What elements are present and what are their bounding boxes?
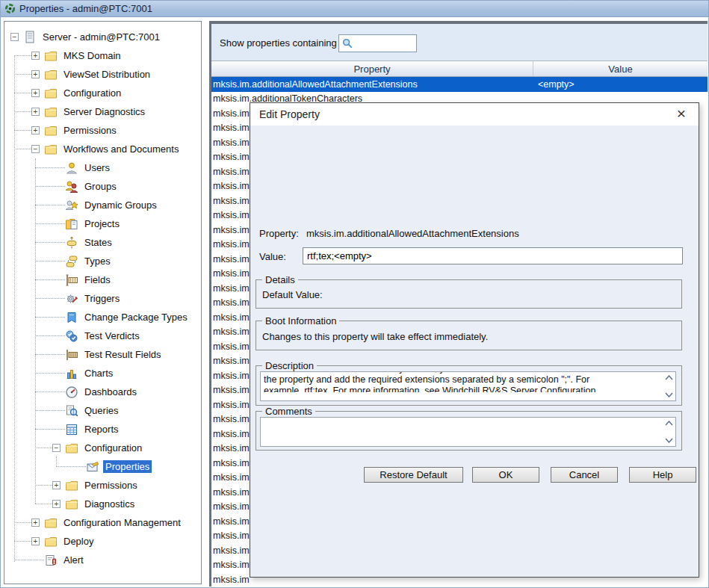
expand-icon[interactable]: + (52, 481, 61, 489)
comments-legend: Comments (262, 406, 315, 417)
collapse-icon[interactable]: − (31, 145, 40, 153)
tree-item-configuration[interactable]: −Configuration (4, 439, 201, 457)
dialog-body: Property: mksis.im.additionalAllowedAtta… (250, 126, 699, 577)
expand-icon[interactable]: + (31, 519, 40, 527)
tree-item-mks-domain[interactable]: +MKS Domain (4, 46, 201, 65)
tree-item-alert[interactable]: Alert (4, 551, 201, 569)
scroll-down-icon[interactable] (665, 392, 673, 397)
tree-item-fields[interactable]: Fields (4, 270, 201, 289)
tree-item-queries[interactable]: Queries (4, 401, 201, 420)
restore-default-button[interactable]: Restore Default (364, 467, 463, 483)
tree-item-properties[interactable]: Properties (4, 457, 201, 476)
table-header: Property Value (211, 61, 708, 77)
tree-item-charts[interactable]: Charts (4, 364, 201, 383)
tree-item-label: Deploy (61, 535, 96, 548)
expand-icon[interactable]: + (31, 70, 40, 78)
tree-connector (35, 279, 65, 280)
ok-button[interactable]: OK (472, 467, 539, 483)
value-input[interactable] (303, 247, 683, 264)
tree-item-test-verdicts[interactable]: Test Verdicts (4, 327, 201, 345)
tree-connector (35, 223, 65, 224)
tree-item-label: Configuration (61, 87, 123, 99)
expand-icon[interactable]: + (31, 52, 40, 60)
tree-item-types[interactable]: Types (4, 252, 201, 270)
window-titlebar[interactable]: Properties - admin@PTC:7001 (1, 1, 708, 17)
type-icon (65, 255, 79, 268)
tree-item-diagnostics[interactable]: +Diagnostics (4, 495, 201, 513)
chart-icon (65, 367, 79, 380)
close-icon[interactable]: × (672, 104, 691, 123)
tree-item-server-admin-ptc-7001[interactable]: −Server - admin@PTC:7001 (4, 28, 201, 46)
tree-connector (35, 373, 65, 374)
property-label: Property: (259, 228, 299, 239)
filter-bar: Show properties containing (211, 24, 708, 61)
tree-item-label: Types (82, 255, 113, 267)
column-header-value[interactable]: Value (533, 61, 708, 76)
scroll-up-icon[interactable] (665, 421, 673, 426)
tree-item-permissions[interactable]: +Permissions (4, 121, 201, 140)
tree-connector (35, 167, 65, 168)
boot-information-text: Changes to this property will take effec… (262, 331, 488, 342)
tree-item-dashboards[interactable]: Dashboards (4, 383, 201, 401)
tree-item-label: Diagnostics (82, 498, 137, 510)
help-button[interactable]: Help (629, 467, 696, 483)
tree-item-test-result-fields[interactable]: Test Result Fields (4, 345, 201, 364)
tree-item-workflows-and-documents[interactable]: −Workflows and Documents (4, 140, 201, 158)
property-row[interactable]: mksis.im.additionalAllowedAttachmentExte… (211, 77, 708, 92)
tree-item-configuration[interactable]: +Configuration (4, 84, 201, 102)
report-icon (65, 423, 79, 436)
expand-icon[interactable]: + (31, 108, 40, 116)
folder-icon (44, 143, 58, 156)
dialog-titlebar[interactable]: Edit Property × (250, 103, 699, 126)
test-result-field-icon (65, 348, 79, 362)
comments-textarea[interactable] (260, 417, 676, 447)
tree-item-dynamic-groups[interactable]: Dynamic Groups (4, 196, 201, 214)
search-box[interactable] (338, 34, 417, 52)
expand-icon[interactable]: + (31, 537, 40, 545)
tree-connector (35, 298, 65, 299)
tree-item-label: Fields (82, 273, 113, 286)
tree-item-states[interactable]: States (4, 233, 201, 252)
tree-connector (35, 242, 65, 243)
property-name: mksis.im (213, 385, 250, 395)
tree-item-triggers[interactable]: Triggers (4, 289, 201, 308)
tree-item-configuration-management[interactable]: +Configuration Management (4, 513, 201, 532)
tree-item-label: Configuration (82, 442, 144, 454)
property-name: mksis.im (213, 225, 250, 235)
tree-item-groups[interactable]: Groups (4, 177, 201, 196)
tree-item-change-package-types[interactable]: Change Package Types (4, 308, 201, 327)
collapse-icon[interactable]: − (10, 33, 19, 41)
expand-icon[interactable]: + (52, 500, 61, 508)
user-icon (65, 161, 79, 175)
tree-item-label: Permissions (82, 479, 140, 492)
tree-item-viewset-distribution[interactable]: +ViewSet Distribution (4, 65, 201, 84)
scroll-down-icon[interactable] (665, 438, 673, 443)
description-textarea[interactable]: file extensions that are allowed by defa… (260, 371, 676, 401)
tree-item-reports[interactable]: Reports (4, 420, 201, 439)
details-group: Details Default Value: (256, 279, 682, 309)
tree-item-projects[interactable]: Projects (4, 214, 201, 233)
column-header-property[interactable]: Property (211, 61, 533, 76)
tree-item-users[interactable]: Users (4, 158, 201, 177)
property-name: mksis.im (213, 414, 250, 424)
navigation-tree: −Server - admin@PTC:7001+MKS Domain+View… (4, 21, 202, 584)
cancel-button[interactable]: Cancel (551, 467, 618, 483)
tree-item-permissions[interactable]: +Permissions (4, 476, 201, 495)
filter-label: Show properties containing (220, 37, 337, 49)
scroll-up-icon[interactable] (665, 375, 673, 380)
expand-icon[interactable]: + (31, 89, 40, 97)
property-name: mksis.im (213, 341, 250, 352)
tree-item-deploy[interactable]: +Deploy (4, 532, 201, 551)
expand-icon[interactable]: + (31, 126, 40, 134)
collapse-icon[interactable]: − (52, 444, 61, 452)
tree-item-server-diagnostics[interactable]: +Server Diagnostics (4, 102, 201, 121)
property-name: mksis.im (213, 239, 250, 250)
property-name: mksis.im (213, 575, 250, 585)
property-name: mksis.im (213, 268, 250, 279)
properties-icon (86, 460, 100, 474)
property-name: mksis.im (213, 443, 250, 454)
comments-group: Comments (256, 411, 682, 451)
tree-item-label: Dynamic Groups (82, 199, 159, 211)
search-input[interactable] (356, 36, 415, 51)
value-label: Value: (259, 251, 286, 262)
